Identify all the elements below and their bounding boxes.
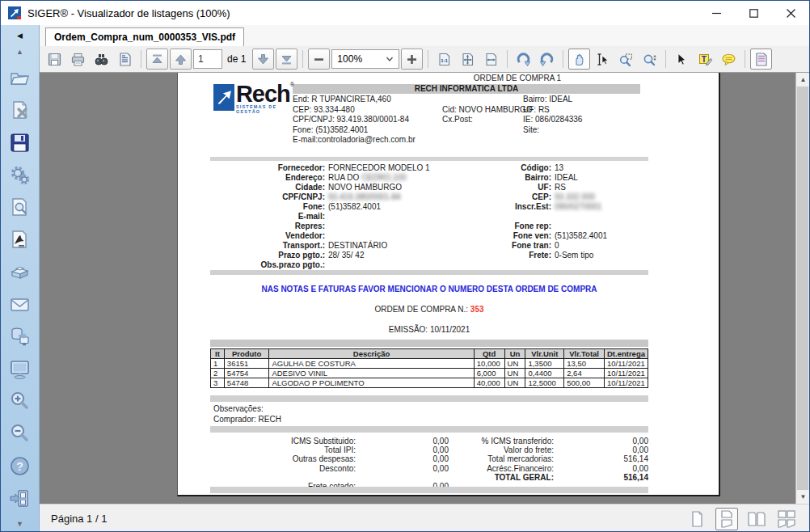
first-page-button[interactable] bbox=[146, 49, 168, 70]
help-icon: ? bbox=[8, 454, 32, 478]
field-label: Inscr.Est: bbox=[438, 202, 551, 212]
hand-icon bbox=[572, 52, 587, 67]
text-select-tool-button[interactable] bbox=[592, 49, 614, 70]
zoom-marquee-tool-button[interactable] bbox=[615, 49, 637, 70]
export-pdf-button[interactable] bbox=[7, 227, 33, 252]
search-button[interactable] bbox=[91, 49, 112, 70]
company-info-line: CEP: 93.334-480 bbox=[293, 105, 416, 116]
table-column-header: Descrição bbox=[269, 349, 474, 359]
field-label: Fornecedor: bbox=[210, 163, 325, 173]
supplier-row: E-mail: bbox=[210, 212, 430, 222]
zoom-in-button[interactable] bbox=[401, 49, 423, 70]
server-transfer-icon bbox=[8, 325, 32, 348]
zoom-level-select[interactable]: 100% bbox=[331, 49, 399, 69]
separator-bar bbox=[210, 426, 648, 433]
save-report-button[interactable] bbox=[7, 130, 33, 155]
scrollbar-thumb[interactable] bbox=[797, 87, 808, 490]
select-annotation-button[interactable] bbox=[671, 49, 693, 70]
save-button[interactable] bbox=[44, 49, 65, 70]
page-layout-buttons bbox=[686, 508, 798, 530]
field-label: Bairro: bbox=[438, 173, 551, 183]
field-label: E-mail: bbox=[210, 212, 325, 222]
settings-button[interactable] bbox=[7, 163, 33, 188]
previous-page-button[interactable] bbox=[170, 49, 192, 70]
emission-date: EMISSÃO: 10/11/2021 bbox=[210, 325, 648, 334]
scroll-up-button[interactable]: ▲ bbox=[796, 73, 809, 87]
single-page-layout-button[interactable] bbox=[686, 508, 708, 530]
comment-annotation-button[interactable] bbox=[718, 49, 740, 70]
supplier-row: Bairro: IDEAL bbox=[438, 173, 607, 183]
separator-bar bbox=[210, 487, 648, 493]
zoom-out-button[interactable] bbox=[7, 421, 33, 446]
print-report-button[interactable] bbox=[7, 260, 33, 285]
document-tab[interactable]: Ordem_Compra_num_0000353_VIS.pdf bbox=[45, 27, 244, 46]
actual-size-button[interactable]: 1:1 bbox=[433, 49, 455, 70]
svg-text:?: ? bbox=[16, 460, 23, 473]
preview-button[interactable] bbox=[7, 195, 33, 220]
hand-tool-button[interactable] bbox=[568, 49, 590, 70]
report-list-button[interactable] bbox=[114, 49, 136, 70]
tab-bar: Ordem_Compra_num_0000353_VIS.pdf bbox=[40, 25, 809, 46]
continuous-layout-button[interactable] bbox=[715, 508, 738, 530]
fit-width-button[interactable] bbox=[480, 49, 502, 70]
svg-text:1:1: 1:1 bbox=[441, 57, 449, 62]
supplier-row: UF: RS bbox=[438, 183, 607, 192]
email-button[interactable] bbox=[7, 292, 33, 317]
title-bar: SIGER® - Visualizador de listagens (100%… bbox=[1, 1, 809, 25]
company-info-line: End: R TUPANCIRETA,460 bbox=[293, 95, 416, 105]
scroll-down-button[interactable]: ▼ bbox=[796, 490, 809, 504]
zoom-in-button[interactable] bbox=[7, 389, 33, 414]
supplier-row: Repres: bbox=[210, 222, 430, 231]
supplier-row: Endereço: RUA DO CEDRO,100 bbox=[210, 173, 430, 183]
fit-page-button[interactable] bbox=[457, 49, 479, 70]
field-label: Fone ven: bbox=[438, 231, 551, 241]
rotate-clockwise-button[interactable] bbox=[513, 49, 534, 70]
next-page-button[interactable] bbox=[252, 49, 274, 70]
sidebar-scroll-up-button[interactable]: ▲ bbox=[16, 48, 23, 56]
open-file-button[interactable] bbox=[7, 65, 33, 91]
print-button[interactable] bbox=[67, 49, 89, 70]
maximize-button[interactable] bbox=[735, 1, 772, 25]
rotate-counterclockwise-icon bbox=[539, 52, 555, 67]
supplier-row: Frete: 0-Sem tipo bbox=[438, 251, 607, 260]
supplier-row: Obs.prazo pgto.: bbox=[210, 260, 430, 270]
document-properties-button[interactable] bbox=[750, 49, 772, 70]
floppy-disk-icon bbox=[8, 131, 32, 154]
close-button[interactable] bbox=[772, 1, 809, 25]
envelope-icon bbox=[8, 293, 32, 316]
supplier-row bbox=[438, 212, 607, 222]
vertical-scrollbar[interactable]: ▲ ▼ bbox=[795, 73, 809, 504]
close-document-button[interactable] bbox=[7, 98, 33, 123]
export-data-button[interactable] bbox=[7, 324, 33, 349]
document-search-icon bbox=[8, 196, 32, 219]
continuous-facing-layout-button[interactable] bbox=[775, 508, 798, 530]
toolbar-separator bbox=[745, 50, 745, 68]
facing-pages-layout-button[interactable] bbox=[745, 508, 768, 530]
toolbar-separator bbox=[428, 50, 428, 68]
first-page-icon bbox=[150, 52, 165, 67]
document-close-icon bbox=[8, 99, 32, 122]
chevron-down-icon bbox=[386, 55, 394, 63]
redacted-value: CEDRO,100 bbox=[361, 173, 407, 182]
totals-row: Valor do frete: 0,00 bbox=[420, 445, 648, 454]
redacted-value: 93.419.380/0001-84 bbox=[328, 192, 401, 201]
rotate-counterclockwise-button[interactable] bbox=[536, 49, 558, 70]
display-button[interactable] bbox=[7, 357, 33, 382]
help-button[interactable]: ? bbox=[7, 454, 33, 479]
totals-row: Acrésc.Financeiro: 0,00 bbox=[420, 464, 648, 473]
field-label: Vendedor: bbox=[210, 231, 325, 241]
single-page-icon bbox=[687, 509, 707, 529]
text-annotation-button[interactable]: T bbox=[694, 49, 716, 70]
zoom-dynamic-tool-button[interactable] bbox=[639, 49, 660, 70]
zoom-level-value: 100% bbox=[337, 53, 362, 65]
sidebar-collapse-button[interactable]: ◀ bbox=[17, 32, 23, 40]
minimize-button[interactable] bbox=[698, 1, 735, 25]
exit-button[interactable] bbox=[7, 486, 33, 511]
last-page-button[interactable] bbox=[276, 49, 297, 70]
page-number-input[interactable]: 1 bbox=[193, 49, 222, 69]
sidebar-scroll-down-button[interactable]: ▼ bbox=[16, 520, 23, 528]
table-column-header: Produto bbox=[224, 349, 269, 359]
zoom-out-button[interactable] bbox=[308, 49, 330, 70]
tab-filename: Ordem_Compra_num_0000353_VIS.pdf bbox=[54, 32, 235, 43]
separator-bar bbox=[210, 270, 648, 275]
